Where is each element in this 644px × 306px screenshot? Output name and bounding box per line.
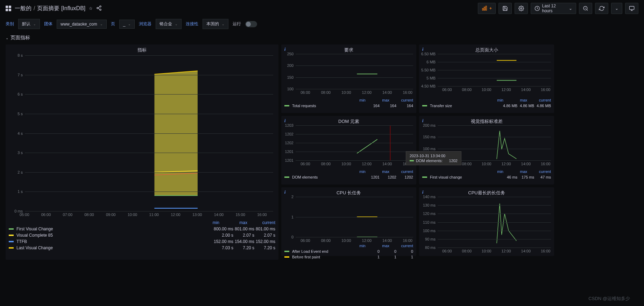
star-icon[interactable]: ☆ bbox=[89, 6, 93, 11]
legend-row[interactable]: Before first paint111 bbox=[284, 254, 413, 260]
breadcrumb-root[interactable]: 一般的 bbox=[15, 5, 31, 11]
panel-pagesize[interactable]: i 总页面大小 4.50 MB5 MB5.50 MB6 MB6.50 MB06:… bbox=[419, 44, 554, 113]
kiosk-button[interactable] bbox=[625, 3, 638, 14]
var-connectivity-label: 连接性 bbox=[186, 21, 198, 27]
var-category-select[interactable]: 默认⌄ bbox=[18, 19, 40, 29]
legend-row[interactable]: First visual change46 ms175 ms47 ms bbox=[422, 174, 551, 180]
legend-row[interactable]: Visual Complete 852.00 s2.07 s2.07 s bbox=[9, 232, 275, 238]
var-category-label: 类别 bbox=[6, 21, 14, 27]
svg-point-6 bbox=[521, 8, 522, 9]
refresh-button[interactable] bbox=[595, 3, 608, 14]
var-group-label: 团体 bbox=[44, 21, 52, 27]
share-icon[interactable] bbox=[96, 5, 102, 12]
var-run-label: 运行 bbox=[233, 21, 241, 27]
save-button[interactable] bbox=[498, 3, 512, 14]
var-browser-label: 浏览器 bbox=[139, 21, 151, 27]
legend-row[interactable]: Transfer size4.86 MB4.86 MB4.86 MB bbox=[422, 103, 551, 109]
legend-row[interactable]: DOM elements120112021202 bbox=[284, 174, 413, 180]
info-icon[interactable]: i bbox=[284, 190, 285, 195]
tooltip: 2023-10-31 13:34:00 DOM elements: 1202 bbox=[406, 151, 461, 165]
var-connectivity-select[interactable]: 本国的⌄ bbox=[203, 19, 228, 29]
info-icon[interactable]: i bbox=[284, 118, 285, 124]
settings-button[interactable] bbox=[515, 3, 528, 14]
panel-title: 指标 bbox=[6, 45, 278, 55]
add-panel-button[interactable]: + bbox=[478, 3, 496, 14]
svg-rect-3 bbox=[482, 8, 483, 10]
legend-row[interactable]: First Visual Change800.00 ms801.00 ms801… bbox=[9, 226, 275, 232]
var-group-select[interactable]: www_dataoke_com⌄ bbox=[57, 20, 107, 29]
breadcrumb: 一般的/页面摘要 [InfluxDB] bbox=[15, 5, 85, 12]
info-icon[interactable]: i bbox=[422, 118, 423, 124]
info-icon[interactable]: i bbox=[422, 190, 423, 195]
legend-row[interactable]: Last Visual Change7.03 s7.20 s7.20 s bbox=[9, 245, 275, 251]
legend-row[interactable]: After Load Event end000 bbox=[284, 249, 413, 254]
watermark: CSDN @运维知多少 bbox=[588, 295, 630, 302]
dashboards-icon[interactable] bbox=[6, 6, 11, 11]
refresh-interval[interactable]: ⌄ bbox=[611, 3, 622, 14]
info-icon[interactable]: i bbox=[284, 47, 285, 52]
zoom-out-button[interactable] bbox=[579, 3, 592, 14]
time-picker[interactable]: Last 12 hours⌄ bbox=[531, 3, 576, 14]
var-page-label: 页 bbox=[111, 21, 115, 27]
panel-dom[interactable]: i DOM 元素 1201120112021202120306:0008:001… bbox=[281, 116, 416, 185]
svg-point-2 bbox=[100, 9, 101, 10]
var-browser-select[interactable]: 铬合金⌄ bbox=[156, 19, 182, 29]
panel-visstd[interactable]: i 视觉指标标准差 50 ms100 ms150 ms200 ms06:0008… bbox=[419, 116, 554, 185]
panel-metrics[interactable]: 指标 0 ms1 s2 s3 s4 s5 s6 s7 s8 s 05:0006:… bbox=[6, 44, 278, 260]
legend-row[interactable]: TTFB152.00 ms154.00 ms152.00 ms bbox=[9, 238, 275, 245]
panel-cpulong[interactable]: i CPU 长任务 01206:0008:0010:0012:0014:0016… bbox=[281, 187, 416, 256]
legend-row[interactable]: Total requests164164164 bbox=[284, 103, 413, 109]
row-header[interactable]: ⌄页面指标 bbox=[0, 33, 644, 43]
run-toggle[interactable] bbox=[245, 21, 257, 27]
svg-rect-5 bbox=[486, 6, 487, 10]
panel-requests[interactable]: i 要求 10015020025006:0008:0010:0012:0014:… bbox=[281, 44, 416, 113]
svg-rect-9 bbox=[629, 6, 634, 9]
panel-cpulongest[interactable]: i CPU最长的长任务 80 ms90 ms100 ms110 ms120 ms… bbox=[419, 187, 554, 256]
var-page-select[interactable]: _⌄ bbox=[119, 20, 135, 29]
breadcrumb-page[interactable]: 页面摘要 [InfluxDB] bbox=[37, 5, 85, 11]
svg-rect-4 bbox=[484, 7, 485, 10]
info-icon[interactable]: i bbox=[422, 47, 423, 52]
requests-chart bbox=[296, 54, 413, 89]
svg-point-0 bbox=[100, 6, 101, 7]
svg-point-1 bbox=[97, 7, 98, 9]
